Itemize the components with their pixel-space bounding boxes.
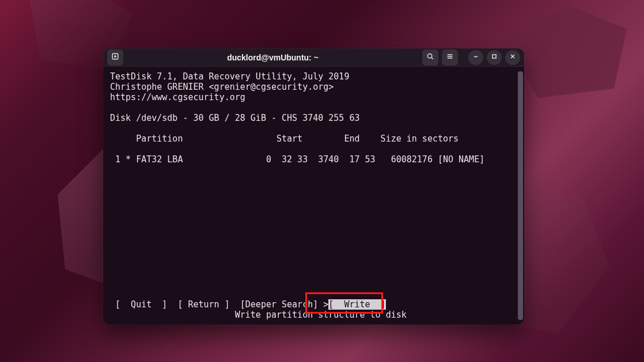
menu-item-write[interactable]: [ Write ] bbox=[328, 299, 385, 310]
menu-button[interactable] bbox=[442, 49, 458, 66]
terminal-window: ducklord@vmUbuntu: ~ bbox=[103, 48, 524, 325]
close-icon bbox=[509, 52, 517, 63]
partition-header-line: Partition Start End Size in sectors bbox=[110, 134, 459, 144]
minimize-icon bbox=[472, 52, 480, 63]
minimize-button[interactable] bbox=[468, 50, 483, 65]
terminal-content: TestDisk 7.1, Data Recovery Utility, Jul… bbox=[110, 71, 517, 320]
close-button[interactable] bbox=[505, 50, 520, 65]
disk-info-line: Disk /dev/sdb - 30 GB / 28 GiB - CHS 374… bbox=[110, 113, 359, 123]
window-title: ducklord@vmUbuntu: ~ bbox=[127, 53, 419, 62]
menu-item-return[interactable]: [ Return ] bbox=[177, 299, 229, 310]
maximize-button[interactable] bbox=[487, 50, 502, 65]
terminal-viewport[interactable]: TestDisk 7.1, Data Recovery Utility, Jul… bbox=[103, 67, 524, 325]
maximize-icon bbox=[490, 52, 498, 63]
titlebar[interactable]: ducklord@vmUbuntu: ~ bbox=[103, 48, 524, 67]
svg-point-3 bbox=[427, 54, 431, 58]
testdisk-url-line: https://www.cgsecurity.org bbox=[110, 92, 245, 102]
svg-line-4 bbox=[431, 57, 433, 59]
testdisk-banner-line: TestDisk 7.1, Data Recovery Utility, Jul… bbox=[110, 71, 349, 82]
hamburger-icon bbox=[446, 52, 454, 63]
new-tab-button[interactable] bbox=[107, 49, 123, 66]
new-tab-icon bbox=[111, 52, 119, 63]
menu-row: [ Quit ] [ Return ] [Deeper Search] >[ W… bbox=[110, 299, 386, 310]
menu-cursor: > bbox=[323, 299, 328, 310]
menu-item-deeper-search[interactable]: [Deeper Search] bbox=[240, 299, 318, 310]
testdisk-author-line: Christophe GRENIER <grenier@cgsecurity.o… bbox=[110, 82, 334, 92]
scrollbar[interactable] bbox=[518, 71, 523, 320]
search-button[interactable] bbox=[422, 49, 438, 66]
partition-row[interactable]: 1 * FAT32 LBA 0 32 33 3740 17 53 6008217… bbox=[110, 154, 484, 165]
svg-rect-9 bbox=[493, 54, 496, 58]
menu-item-quit[interactable]: [ Quit ] bbox=[115, 299, 167, 310]
search-icon bbox=[426, 52, 434, 63]
menu-description: Write partition structure to disk bbox=[110, 310, 407, 320]
